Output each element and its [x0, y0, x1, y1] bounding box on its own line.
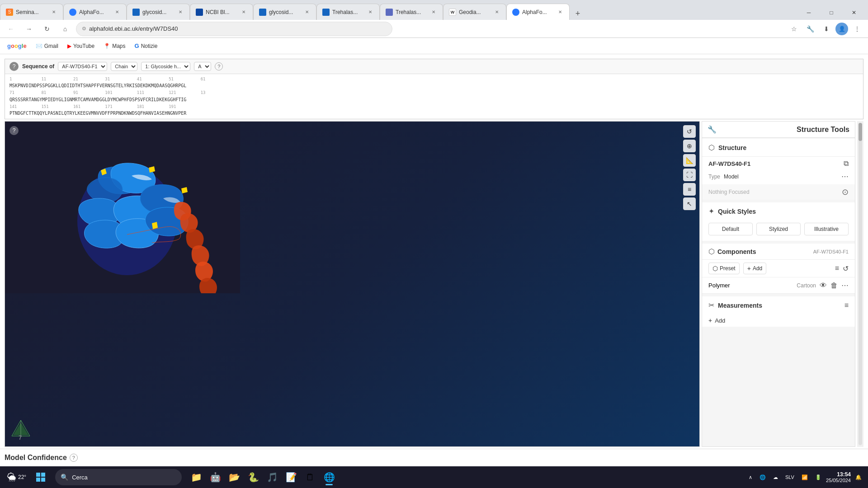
reload-button[interactable]: ↻	[40, 22, 54, 36]
tab-close-alpha1[interactable]: ✕	[113, 9, 121, 16]
model-confidence-help-button[interactable]: ?	[70, 454, 78, 462]
close-button[interactable]: ✕	[844, 5, 864, 20]
extension-button[interactable]: 🔧	[803, 22, 817, 36]
components-structure-name: AF-W7DS40-F1	[813, 249, 849, 254]
quick-styles-body: Default Stylized Illustrative	[702, 220, 855, 241]
tab-close-alpha2[interactable]: ✕	[557, 9, 564, 16]
tab-close-ncbi[interactable]: ✕	[240, 9, 247, 16]
tab-close-treha2[interactable]: ✕	[430, 9, 437, 16]
taskbar-notes-button[interactable]: 🗒	[301, 468, 319, 486]
url-input[interactable]: ⚙ alphafold.ebi.ac.uk/entry/W7DS40	[76, 22, 392, 36]
reset-view-button[interactable]: ↺	[683, 125, 696, 138]
sequence-chain-select[interactable]: AF-W7DS40-F1	[58, 62, 107, 71]
focus-target-button[interactable]: ⊙	[842, 187, 849, 197]
structure-section-header[interactable]: ⬡ Structure	[702, 139, 855, 157]
measurements-header[interactable]: ✂ Measurements ≡	[702, 296, 855, 314]
back-button[interactable]: ←	[4, 22, 18, 36]
taskbar-chrome-button[interactable]: 🌐	[320, 468, 338, 486]
bookmark-youtube[interactable]: ▶ YouTube	[64, 41, 98, 51]
copy-structure-button[interactable]: ⧉	[844, 160, 849, 168]
start-button[interactable]	[32, 468, 50, 486]
sequence-viewer: ? Sequence of AF-W7DS40-F1 Chain 1: Glyc…	[5, 59, 863, 119]
cursor-button[interactable]: ↖	[683, 197, 696, 210]
tab-wiki[interactable]: W Geodia... ✕	[443, 4, 506, 20]
tab-close-glyco2[interactable]: ✕	[303, 9, 311, 16]
tab-close-seminar[interactable]: ✕	[50, 9, 57, 16]
taskbar-clock[interactable]: 13:54 25/05/2024	[826, 471, 851, 483]
taskbar-python-button[interactable]: 🐍	[244, 468, 262, 486]
taskbar-filemanager-button[interactable]: 📂	[225, 468, 243, 486]
new-tab-button[interactable]: +	[571, 7, 584, 20]
nothing-focused-text: Nothing Focused	[708, 189, 750, 195]
notes-icon: 🗒	[306, 472, 315, 483]
help-icon-left[interactable]: ?	[9, 62, 19, 71]
wifi-icon[interactable]: 📶	[799, 473, 811, 482]
profile-button[interactable]: 👤	[835, 23, 848, 35]
component-refresh-button[interactable]: ↺	[843, 264, 849, 273]
add-component-button[interactable]: + Add	[743, 263, 767, 274]
music-icon: 🎵	[267, 472, 278, 483]
measure-tool-button[interactable]: 📐	[683, 154, 696, 167]
settings-button[interactable]: ≡	[683, 183, 696, 196]
notizie-icon: G	[135, 42, 139, 49]
sequence-type-select[interactable]: Chain	[111, 62, 137, 71]
forward-button[interactable]: →	[22, 22, 36, 36]
weather-widget[interactable]: 🌦 22°	[4, 472, 30, 483]
component-settings-button[interactable]: ≡	[835, 264, 839, 272]
measurements-add-plus[interactable]: +	[708, 317, 712, 324]
onedrive-icon[interactable]: ☁	[770, 473, 781, 482]
taskbar-copilot-button[interactable]: 🤖	[206, 468, 224, 486]
wrench-icon: 🔧	[708, 125, 717, 134]
maximize-button[interactable]: □	[821, 5, 842, 20]
bookmark-gmail[interactable]: ✉️ Gmail	[32, 41, 62, 51]
fullscreen-button[interactable]: ⛶	[683, 169, 696, 181]
tab-close-glyco1[interactable]: ✕	[177, 9, 184, 16]
home-button[interactable]: ⌂	[58, 22, 72, 36]
polymer-delete-button[interactable]: 🗑	[830, 282, 838, 290]
sequence-help-button[interactable]: ?	[215, 62, 223, 70]
show-hidden-icons-button[interactable]: ∧	[746, 473, 755, 482]
tab-alpha2-active[interactable]: AlphaFo... ✕	[506, 4, 570, 20]
tab-treha2[interactable]: Trehalas... ✕	[380, 4, 443, 20]
preset-button[interactable]: ⬡ Preset	[708, 263, 740, 274]
menu-button[interactable]: ⋮	[850, 22, 864, 36]
quick-styles-header[interactable]: ✦ Quick Styles	[702, 202, 855, 220]
language-indicator[interactable]: SLV	[783, 473, 797, 482]
illustrative-style-button[interactable]: Illustrative	[804, 223, 849, 235]
bookmark-star-button[interactable]: ☆	[787, 22, 801, 36]
sequence-a-select[interactable]: A	[194, 62, 211, 71]
taskbar-files-button[interactable]: 📁	[187, 468, 205, 486]
taskbar-search[interactable]: 🔍 Cerca	[55, 469, 182, 485]
polymer-visibility-button[interactable]: 👁	[820, 282, 827, 290]
page-scrollbar[interactable]	[857, 121, 863, 447]
network-icon[interactable]: 🌐	[757, 473, 769, 482]
scroll-thumb[interactable]	[859, 123, 862, 141]
taskbar-word-button[interactable]: 📝	[282, 468, 300, 486]
tab-seminar[interactable]: S Semina... ✕	[0, 4, 63, 20]
bookmark-maps[interactable]: 📍 Maps	[100, 41, 129, 51]
bookmark-google[interactable]: google	[4, 41, 30, 51]
polymer-more-button[interactable]: ⋯	[841, 281, 849, 290]
model-confidence-title-row: Model Confidence ?	[5, 454, 863, 462]
stylized-style-button[interactable]: Stylized	[756, 223, 801, 235]
taskbar-music-button[interactable]: 🎵	[263, 468, 281, 486]
tab-alpha1[interactable]: AlphaFo... ✕	[63, 4, 127, 20]
minimize-button[interactable]: ─	[798, 5, 819, 20]
tab-close-treha1[interactable]: ✕	[367, 9, 374, 16]
download-button[interactable]: ⬇	[819, 22, 834, 36]
tab-glyco1[interactable]: glycosid... ✕	[127, 4, 190, 20]
sequence-func-select[interactable]: 1: Glycoside h...	[141, 62, 190, 71]
center-view-button[interactable]: ⊕	[683, 140, 696, 152]
bookmark-notizie-label: Notizie	[141, 43, 158, 49]
tab-ncbi[interactable]: NCBI Bl... ✕	[190, 4, 253, 20]
default-style-button[interactable]: Default	[708, 223, 753, 235]
tab-treha1[interactable]: Trehalas... ✕	[316, 4, 380, 20]
measurements-settings-button[interactable]: ≡	[844, 301, 849, 310]
3d-viewer[interactable]: ↺ ⊕ 📐 ⛶ ≡ ↖ ? 7	[5, 121, 700, 447]
tab-close-wiki[interactable]: ✕	[493, 9, 500, 16]
notifications-button[interactable]: 🔔	[853, 473, 864, 482]
bookmark-notizie[interactable]: G Notizie	[131, 41, 161, 51]
battery-icon[interactable]: 🔋	[812, 473, 824, 482]
tab-glyco2[interactable]: glycosid... ✕	[253, 4, 316, 20]
type-more-button[interactable]: ⋯	[841, 172, 849, 181]
